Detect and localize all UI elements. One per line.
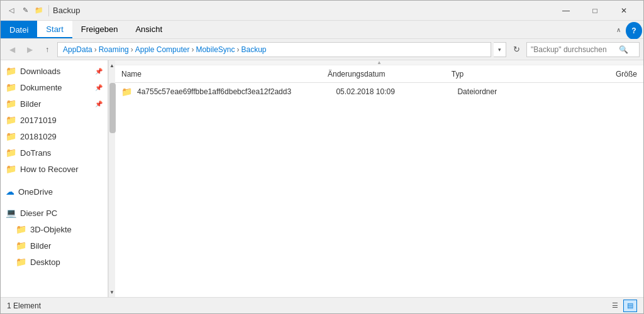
downloads-folder-icon: 📁 bbox=[6, 66, 16, 76]
sidebar-item-label-20171019: 20171019 bbox=[20, 116, 57, 125]
scroll-track[interactable] bbox=[109, 70, 115, 287]
folder-icon-20171019: 📁 bbox=[6, 115, 16, 125]
sort-bar: ▲ bbox=[115, 60, 643, 65]
address-path[interactable]: AppData › Roaming › Apple Computer › Mob… bbox=[57, 42, 491, 57]
table-row[interactable]: 📁 4a755c57eae69ffbbe1aff6dbebcf3ea12f2ad… bbox=[115, 83, 643, 100]
tab-ansicht[interactable]: Ansicht bbox=[126, 21, 171, 38]
sidebar-item-label-bilder: Bilder bbox=[20, 99, 41, 109]
folder-icon[interactable]: 📁 bbox=[33, 5, 45, 16]
sidebar-item-dieser-pc[interactable]: 💻 Dieser PC bbox=[1, 205, 108, 221]
onedrive-icon: ☁ bbox=[6, 187, 14, 197]
folder-icon-dotrans: 📁 bbox=[6, 148, 16, 158]
sidebar-container: 📁 Downloads 📌 📁 Dokumente 📌 📁 Bilder 📌 📁 bbox=[1, 60, 115, 297]
title-separator bbox=[48, 5, 49, 16]
ribbon-expand-button[interactable]: ∧ bbox=[612, 21, 625, 38]
bilder-folder-icon: 📁 bbox=[6, 99, 16, 109]
sidebar-item-desktop[interactable]: 📁 Desktop bbox=[1, 254, 108, 270]
sidebar-item-downloads[interactable]: 📁 Downloads 📌 bbox=[1, 63, 108, 79]
sidebar-item-20171019[interactable]: 📁 20171019 bbox=[1, 112, 108, 128]
status-text: 1 Element bbox=[7, 301, 608, 310]
sidebar-item-label-downloads: Downloads bbox=[20, 67, 60, 76]
window-title: Backup bbox=[53, 6, 552, 15]
tab-start[interactable]: Start bbox=[37, 21, 72, 38]
sidebar-label-desktop: Desktop bbox=[30, 257, 60, 267]
sidebar-item-20181029[interactable]: 📁 20181029 bbox=[1, 128, 108, 144]
pin-icon-dokumente: 📌 bbox=[95, 84, 103, 91]
column-date[interactable]: Änderungsdatum bbox=[328, 70, 452, 78]
sidebar-label-dieser-pc: Dieser PC bbox=[20, 208, 57, 218]
sidebar-item-bilder-pc[interactable]: 📁 Bilder bbox=[1, 237, 108, 254]
folder-icon-bilder-pc: 📁 bbox=[16, 241, 26, 251]
content-area: ▲ Name Änderungsdatum Typ Größe 📁 4a755c… bbox=[115, 60, 643, 297]
search-input[interactable] bbox=[531, 45, 619, 54]
back-arrow-icon[interactable]: ◁ bbox=[6, 5, 17, 16]
sep1: › bbox=[94, 45, 97, 54]
tab-freigeben[interactable]: Freigeben bbox=[72, 21, 127, 38]
folder-icon-3d-objekte: 📁 bbox=[16, 224, 26, 234]
pin-icon-downloads: 📌 bbox=[95, 68, 103, 75]
file-folder-icon: 📁 bbox=[121, 87, 132, 97]
dokumente-folder-icon: 📁 bbox=[6, 82, 16, 92]
search-box[interactable]: 🔍 bbox=[526, 42, 640, 57]
refresh-button[interactable]: ↻ bbox=[509, 42, 524, 57]
sidebar-item-bilder[interactable]: 📁 Bilder 📌 bbox=[1, 95, 108, 112]
path-appdata[interactable]: AppData bbox=[63, 45, 92, 54]
file-type: Dateiordner bbox=[457, 87, 554, 96]
view-buttons: ☰ ▤ bbox=[608, 300, 637, 312]
scroll-down-button[interactable]: ▼ bbox=[109, 287, 115, 297]
minimize-button[interactable]: — bbox=[552, 1, 580, 21]
folder-icon-desktop: 📁 bbox=[16, 257, 26, 267]
search-icon[interactable]: 🔍 bbox=[619, 45, 628, 54]
sep4: › bbox=[236, 45, 239, 54]
sidebar-scrollbar: ▲ ▼ bbox=[108, 60, 115, 297]
column-type[interactable]: Typ bbox=[452, 70, 555, 78]
sidebar-item-how-to-recover[interactable]: 📁 How to Recover bbox=[1, 161, 108, 177]
status-bar: 1 Element ☰ ▤ bbox=[1, 297, 643, 313]
sidebar-label-3d-objekte: 3D-Objekte bbox=[30, 225, 72, 234]
up-button[interactable]: ↑ bbox=[40, 42, 55, 57]
sep3: › bbox=[191, 45, 194, 54]
edit-icon[interactable]: ✎ bbox=[19, 5, 31, 16]
title-bar-controls: — □ ✕ bbox=[552, 1, 638, 21]
sidebar-item-label-how-to-recover: How to Recover bbox=[20, 165, 78, 174]
forward-button[interactable]: ▶ bbox=[22, 42, 37, 57]
scroll-thumb[interactable] bbox=[109, 83, 116, 133]
content-header: Name Änderungsdatum Typ Größe bbox=[115, 65, 643, 83]
sidebar: 📁 Downloads 📌 📁 Dokumente 📌 📁 Bilder 📌 📁 bbox=[1, 60, 108, 297]
address-bar: ◀ ▶ ↑ AppData › Roaming › Apple Computer… bbox=[1, 39, 643, 60]
close-button[interactable]: ✕ bbox=[609, 1, 638, 21]
sep2: › bbox=[131, 45, 133, 54]
back-button[interactable]: ◀ bbox=[4, 42, 19, 57]
sidebar-item-onedrive[interactable]: ☁ OneDrive bbox=[1, 183, 108, 200]
scroll-up-button[interactable]: ▲ bbox=[109, 60, 115, 70]
column-name[interactable]: Name bbox=[121, 70, 328, 78]
pin-icon-bilder: 📌 bbox=[95, 100, 103, 107]
path-mobilesync[interactable]: MobileSync bbox=[196, 45, 235, 54]
folder-icon-20181029: 📁 bbox=[6, 131, 16, 141]
ribbon-tabs: Datei Start Freigeben Ansicht ∧ ? bbox=[1, 21, 643, 38]
sidebar-item-label-dokumente: Dokumente bbox=[20, 83, 62, 92]
folder-icon-how-to-recover: 📁 bbox=[6, 164, 16, 174]
file-name: 4a755c57eae69ffbbe1aff6dbebcf3ea12f2add3 bbox=[137, 87, 331, 96]
list-view-button[interactable]: ☰ bbox=[608, 300, 622, 312]
title-bar-icons: ◁ ✎ 📁 bbox=[6, 5, 45, 16]
column-size[interactable]: Größe bbox=[555, 70, 637, 78]
tab-datei[interactable]: Datei bbox=[1, 21, 37, 38]
path-apple[interactable]: Apple Computer bbox=[135, 45, 190, 54]
sidebar-item-dotrans[interactable]: 📁 DoTrans bbox=[1, 144, 108, 161]
maximize-button[interactable]: □ bbox=[580, 1, 609, 21]
dieser-pc-icon: 💻 bbox=[6, 208, 16, 218]
sidebar-item-label-20181029: 20181029 bbox=[20, 132, 57, 141]
main-area: 📁 Downloads 📌 📁 Dokumente 📌 📁 Bilder 📌 📁 bbox=[1, 60, 643, 297]
sidebar-label-onedrive: OneDrive bbox=[18, 187, 53, 197]
window: ◁ ✎ 📁 Backup — □ ✕ Datei Start Freigeben… bbox=[0, 0, 644, 314]
sidebar-item-dokumente[interactable]: 📁 Dokumente 📌 bbox=[1, 79, 108, 95]
path-backup[interactable]: Backup bbox=[241, 45, 266, 54]
sidebar-item-3d-objekte[interactable]: 📁 3D-Objekte bbox=[1, 221, 108, 237]
address-dropdown-button[interactable]: ▾ bbox=[494, 42, 506, 57]
help-button[interactable]: ? bbox=[626, 22, 642, 40]
sidebar-label-bilder-pc: Bilder bbox=[30, 241, 51, 251]
sort-arrow-icon[interactable]: ▲ bbox=[377, 60, 382, 65]
detail-view-button[interactable]: ▤ bbox=[623, 300, 637, 312]
path-roaming[interactable]: Roaming bbox=[99, 45, 129, 54]
